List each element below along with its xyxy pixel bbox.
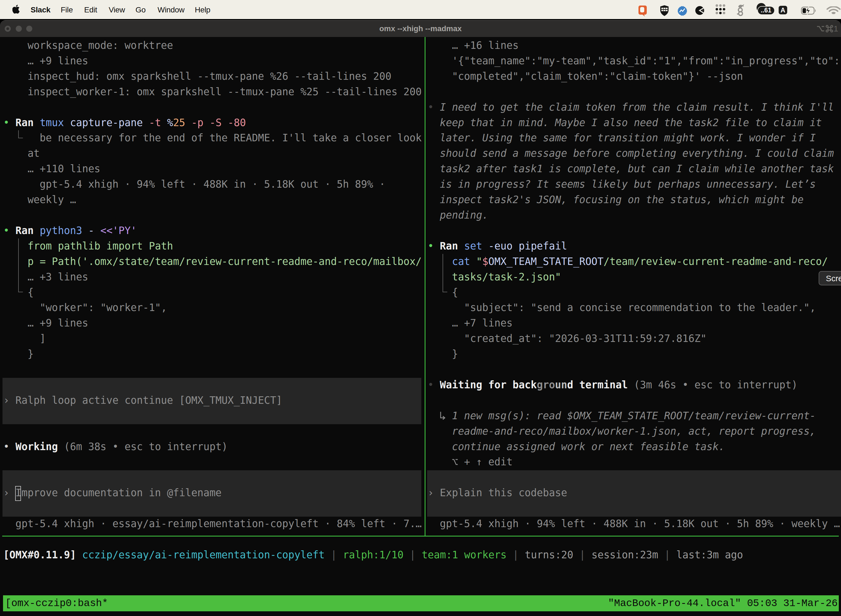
- svg-text:..61: ..61: [761, 7, 771, 14]
- svg-text:A: A: [781, 6, 785, 14]
